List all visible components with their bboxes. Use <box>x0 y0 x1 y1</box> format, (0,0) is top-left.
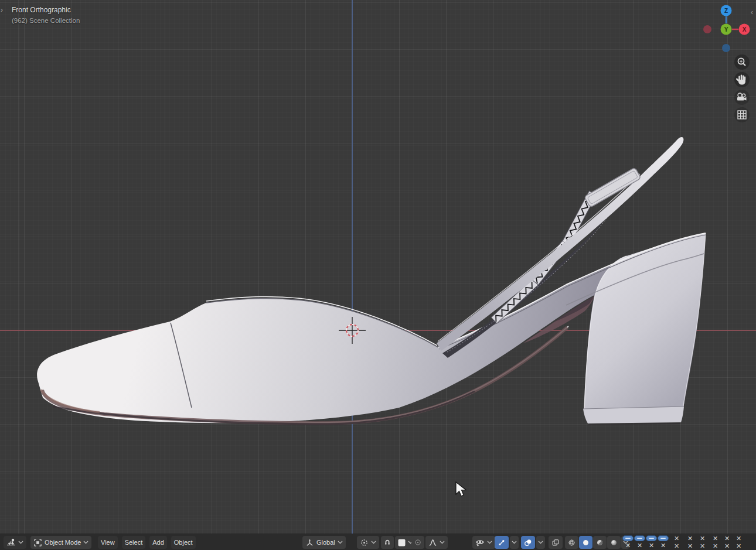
gizmo-neg-z-ball <box>722 44 730 52</box>
view-label: Front Orthographic <box>12 6 71 14</box>
chevron-down-icon <box>538 541 543 544</box>
x-button[interactable]: ✕ <box>697 535 708 542</box>
navigation-gizmo[interactable]: Z Y X <box>701 2 752 56</box>
shading-material-button[interactable] <box>593 536 607 549</box>
object-visibility-selector[interactable] <box>472 536 495 549</box>
menu-view[interactable]: View <box>98 536 118 549</box>
increment-square-icon <box>398 539 406 546</box>
x-button[interactable]: ✕ <box>733 535 744 542</box>
active-collection-label: (962) Scene Collection <box>12 17 80 24</box>
nav-gizmo-arrow-icon <box>498 538 506 547</box>
pan-button[interactable] <box>734 72 750 87</box>
shading-wireframe-button[interactable] <box>565 536 578 549</box>
chevron-down-icon <box>338 541 343 544</box>
shading-rendered-button[interactable] <box>607 536 621 549</box>
xray-toggle[interactable] <box>549 536 563 549</box>
x-button[interactable]: ✕ <box>671 542 682 550</box>
viewport-nav-buttons <box>733 54 751 124</box>
mouse-pointer <box>454 481 468 498</box>
overlays-dropdown[interactable] <box>536 536 545 549</box>
shoe-model-render <box>0 0 756 534</box>
x-button[interactable]: ✕ <box>710 542 721 550</box>
pill-button[interactable] <box>622 535 634 541</box>
proportional-editing-toggle[interactable] <box>411 536 424 549</box>
overlap-squares-icon <box>551 538 560 547</box>
chevron-down-icon <box>18 541 23 544</box>
chevron-down-icon <box>83 541 88 544</box>
gizmo-neg-x-ball <box>703 25 711 33</box>
x-button[interactable]: ✕ <box>721 535 733 542</box>
x-button[interactable]: ✕ <box>658 542 669 549</box>
material-sphere-icon <box>596 538 604 547</box>
x-button[interactable]: ✕ <box>646 542 657 549</box>
header-extra-buttons: ✕ ✕ ✕ ✕ ✕ ✕ ✕ ✕ ✕ ✕ ✕ ✕ ✕ ✕ ✕ ✕ <box>621 534 747 550</box>
transform-orientation-selector[interactable]: Global <box>302 536 346 549</box>
pivot-dot-circle-icon <box>360 538 369 547</box>
chevron-down-icon <box>487 541 492 544</box>
x-button[interactable]: ✕ <box>634 542 645 549</box>
menu-select[interactable]: Select <box>122 536 146 549</box>
3d-cursor <box>338 316 367 345</box>
menu-object[interactable]: Object <box>171 536 196 549</box>
rendered-sphere-icon <box>610 538 618 547</box>
show-gizmos-toggle[interactable] <box>495 536 509 549</box>
blender-window: Front Orthographic (962) Scene Collectio… <box>0 0 756 550</box>
solid-sphere-icon <box>582 538 590 547</box>
pivot-point-selector[interactable] <box>357 536 379 549</box>
3d-viewport[interactable]: Front Orthographic (962) Scene Collectio… <box>0 0 756 534</box>
zoom-button[interactable] <box>734 54 750 70</box>
pill-button[interactable] <box>646 535 657 541</box>
wire-sphere-icon <box>568 538 575 547</box>
x-button[interactable]: ✕ <box>685 535 696 542</box>
x-button[interactable]: ✕ <box>622 542 634 549</box>
chevron-down-icon <box>371 541 376 544</box>
x-button[interactable]: ✕ <box>710 535 721 542</box>
x-button[interactable]: ✕ <box>671 535 682 542</box>
svg-text:Y: Y <box>724 26 728 33</box>
pill-button[interactable] <box>634 535 645 541</box>
x-button[interactable]: ✕ <box>685 542 696 550</box>
header-menus: View Select Add Object <box>98 536 196 549</box>
orthographic-toggle-button[interactable] <box>734 107 750 122</box>
gizmos-dropdown[interactable] <box>510 536 519 549</box>
camera-view-button[interactable] <box>734 90 750 105</box>
snap-toggle[interactable] <box>381 536 394 549</box>
mode-selector[interactable]: Object Mode <box>30 536 91 549</box>
proportional-falloff-selector[interactable] <box>425 536 448 549</box>
two-circles-icon <box>524 538 532 547</box>
dot-circle-icon <box>414 538 421 546</box>
editor-type-button[interactable] <box>4 536 26 549</box>
shading-solid-button[interactable] <box>579 536 592 549</box>
editor-type-icon <box>6 538 16 547</box>
orientation-label: Global <box>316 539 335 546</box>
toolbar-expand-arrow[interactable]: › <box>1 6 3 13</box>
mode-label: Object Mode <box>45 539 81 546</box>
x-button[interactable]: ✕ <box>733 542 744 550</box>
chevron-down-icon <box>440 541 445 544</box>
menu-add[interactable]: Add <box>149 536 167 549</box>
svg-text:X: X <box>743 26 747 33</box>
chevron-down-icon <box>512 541 517 544</box>
pill-button[interactable] <box>658 535 669 541</box>
axes-icon <box>305 538 314 547</box>
x-button[interactable]: ✕ <box>697 542 708 550</box>
magnet-icon <box>384 538 391 546</box>
object-mode-icon <box>33 538 42 547</box>
viewport-header: Object Mode View Select Add Object Globa… <box>0 534 756 550</box>
show-overlays-toggle[interactable] <box>521 536 535 549</box>
x-button[interactable]: ✕ <box>721 542 733 550</box>
svg-text:Z: Z <box>724 8 728 14</box>
eye-icon <box>475 538 485 547</box>
smooth-curve-icon <box>428 538 437 547</box>
